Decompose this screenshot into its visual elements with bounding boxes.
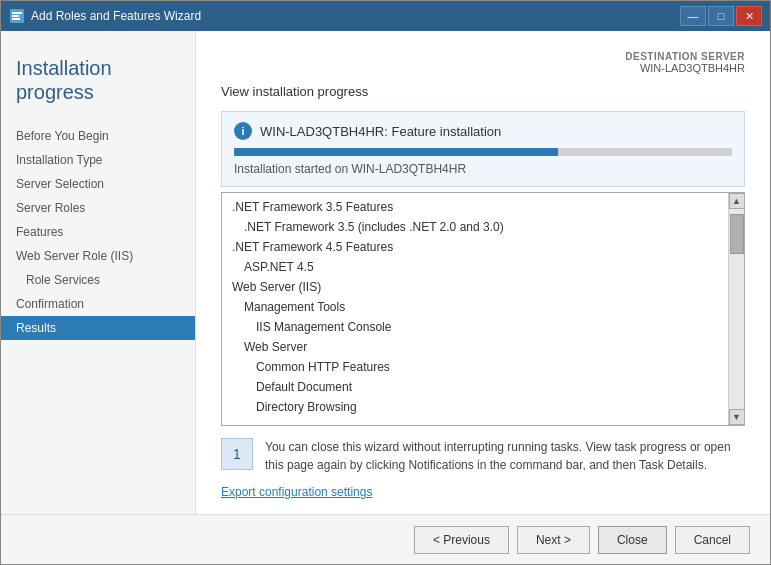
info-icon: i — [234, 122, 252, 140]
feature-item: Web Server — [222, 337, 728, 357]
main-content: DESTINATION SERVER WIN-LAD3QTBH4HR View … — [196, 31, 770, 514]
svg-rect-3 — [12, 18, 20, 20]
scroll-up-arrow[interactable]: ▲ — [729, 193, 745, 209]
progress-bar-container — [234, 148, 732, 156]
window-close-button[interactable]: ✕ — [736, 6, 762, 26]
scrollbar-area[interactable]: ▲ ▼ — [728, 193, 744, 425]
feature-item: .NET Framework 4.5 Features — [222, 237, 728, 257]
scroll-thumb[interactable] — [730, 214, 744, 254]
sidebar-item-installation-type[interactable]: Installation Type — [1, 148, 195, 172]
feature-item: Management Tools — [222, 297, 728, 317]
destination-server-label: DESTINATION SERVER — [625, 51, 745, 62]
sidebar-item-features[interactable]: Features — [1, 220, 195, 244]
footer: < Previous Next > Close Cancel — [1, 514, 770, 564]
feature-item: Web Server (IIS) — [222, 277, 728, 297]
destination-server-block: DESTINATION SERVER WIN-LAD3QTBH4HR — [625, 51, 745, 74]
feature-item: Directory Browsing — [222, 397, 728, 417]
feature-item: ASP.NET 4.5 — [222, 257, 728, 277]
scroll-down-arrow[interactable]: ▼ — [729, 409, 745, 425]
sidebar-item-role-services[interactable]: Role Services — [1, 268, 195, 292]
view-progress-label: View installation progress — [221, 84, 745, 99]
feature-item: Default Document — [222, 377, 728, 397]
notification-section: 1 You can close this wizard without inte… — [221, 438, 745, 474]
close-button[interactable]: Close — [598, 526, 667, 554]
maximize-button[interactable]: □ — [708, 6, 734, 26]
progress-bar-fill — [234, 148, 558, 156]
sidebar-item-before-you-begin[interactable]: Before You Begin — [1, 124, 195, 148]
sidebar-item-confirmation[interactable]: Confirmation — [1, 292, 195, 316]
title-bar-title: Add Roles and Features Wizard — [31, 9, 201, 23]
sidebar-item-server-selection[interactable]: Server Selection — [1, 172, 195, 196]
feature-item: IIS Management Console — [222, 317, 728, 337]
main-window: Add Roles and Features Wizard — □ ✕ Inst… — [0, 0, 771, 565]
cancel-button[interactable]: Cancel — [675, 526, 750, 554]
installation-started-text: Installation started on WIN-LAD3QTBH4HR — [234, 162, 732, 176]
export-configuration-link[interactable]: Export configuration settings — [221, 485, 372, 499]
notification-text: You can close this wizard without interr… — [265, 438, 745, 474]
sidebar-item-server-roles[interactable]: Server Roles — [1, 196, 195, 220]
title-bar-left: Add Roles and Features Wizard — [9, 8, 201, 24]
sidebar: Installation progress Before You Begin I… — [1, 31, 196, 514]
title-bar-controls: — □ ✕ — [680, 6, 762, 26]
feature-item: .NET Framework 3.5 Features — [222, 197, 728, 217]
progress-section: i WIN-LAD3QTBH4HR: Feature installation … — [221, 111, 745, 187]
progress-row: i WIN-LAD3QTBH4HR: Feature installation — [234, 122, 732, 140]
wizard-icon — [9, 8, 25, 24]
progress-title: WIN-LAD3QTBH4HR: Feature installation — [260, 124, 501, 139]
title-bar: Add Roles and Features Wizard — □ ✕ — [1, 1, 770, 31]
content-area: Installation progress Before You Begin I… — [1, 31, 770, 514]
sidebar-item-web-server-role[interactable]: Web Server Role (IIS) — [1, 244, 195, 268]
next-button[interactable]: Next > — [517, 526, 590, 554]
features-list-container: .NET Framework 3.5 Features .NET Framewo… — [221, 192, 745, 426]
previous-button[interactable]: < Previous — [414, 526, 509, 554]
minimize-button[interactable]: — — [680, 6, 706, 26]
sidebar-item-results[interactable]: Results — [1, 316, 195, 340]
svg-rect-1 — [12, 12, 22, 14]
sidebar-heading: Installation progress — [1, 41, 195, 124]
svg-rect-2 — [12, 15, 19, 17]
notification-icon: 1 — [221, 438, 253, 470]
destination-server-name: WIN-LAD3QTBH4HR — [625, 62, 745, 74]
feature-item: Common HTTP Features — [222, 357, 728, 377]
features-list[interactable]: .NET Framework 3.5 Features .NET Framewo… — [222, 193, 728, 425]
feature-item: .NET Framework 3.5 (includes .NET 2.0 an… — [222, 217, 728, 237]
scroll-track[interactable] — [729, 209, 745, 409]
